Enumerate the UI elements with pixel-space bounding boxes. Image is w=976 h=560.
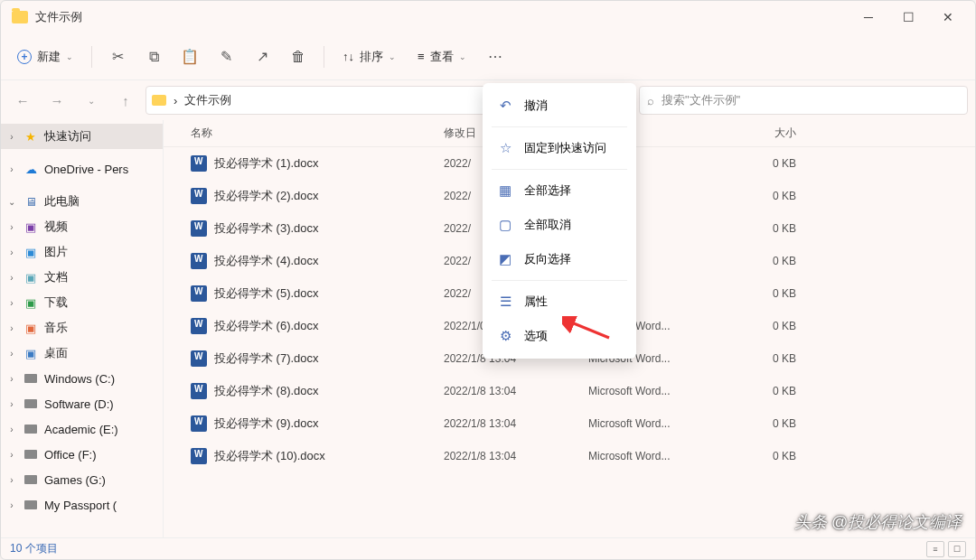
ctx-invert[interactable]: ◩反向选择: [488, 242, 631, 276]
search-placeholder: 搜索"文件示例": [662, 92, 740, 108]
video-icon: ▣: [23, 219, 39, 235]
music-icon: ▣: [23, 320, 39, 336]
docx-icon: [191, 415, 207, 432]
maximize-button[interactable]: ☐: [888, 1, 928, 33]
file-name: 投必得学术 (5).docx: [214, 285, 444, 302]
recent-button[interactable]: ⌄: [77, 86, 106, 115]
ctx-options[interactable]: ⚙选项: [488, 319, 631, 353]
properties-icon: ☰: [497, 294, 513, 310]
chevron-right-icon: ›: [6, 399, 17, 409]
undo-icon: ↶: [497, 98, 513, 114]
sidebar-item[interactable]: ›▣下载: [1, 290, 163, 315]
rename-icon[interactable]: ✎: [210, 41, 242, 73]
status-bar: 10 个项目 ≡ ☐: [1, 537, 975, 559]
sidebar-item-label: Games (G:): [44, 473, 106, 487]
context-menu: ↶撤消 ☆固定到快速访问 ▦全部选择 ▢全部取消 ◩反向选择 ☰属性 ⚙选项: [483, 83, 636, 359]
file-row[interactable]: 投必得学术 (9).docx2022/1/8 13:04Microsoft Wo…: [164, 407, 975, 440]
sidebar: › ★ 快速访问 › ☁ OneDrive - Pers ⌄ 🖥 此电脑 ›▣视…: [1, 120, 164, 537]
folder-icon: [12, 11, 28, 23]
hdd-icon: [23, 396, 39, 412]
file-name: 投必得学术 (2).docx: [214, 188, 444, 204]
file-size: 0 KB: [724, 190, 796, 202]
docx-icon: [191, 188, 207, 204]
sidebar-item-label: 桌面: [44, 345, 68, 361]
file-size: 0 KB: [724, 157, 796, 170]
file-size: 0 KB: [724, 385, 796, 397]
chevron-down-icon: ⌄: [459, 52, 466, 61]
new-label: 新建: [37, 49, 61, 65]
new-button[interactable]: + 新建 ⌄: [8, 43, 82, 70]
sidebar-item[interactable]: ›Software (D:): [1, 391, 163, 416]
sidebar-item[interactable]: ›▣音乐: [1, 315, 163, 341]
close-button[interactable]: ✕: [928, 1, 968, 33]
search-input[interactable]: ⌕ 搜索"文件示例": [639, 86, 968, 115]
window-title: 文件示例: [35, 9, 82, 25]
back-button[interactable]: ←: [8, 86, 37, 115]
docx-icon: [191, 448, 207, 464]
more-icon[interactable]: ⋯: [479, 41, 511, 73]
paste-icon[interactable]: 📋: [174, 41, 206, 73]
sidebar-item[interactable]: ›Office (F:): [1, 442, 163, 467]
file-name: 投必得学术 (10).docx: [214, 448, 444, 464]
sidebar-item[interactable]: ›Academic (E:): [1, 416, 163, 442]
sidebar-item[interactable]: ›▣视频: [1, 214, 163, 239]
downloads-icon: ▣: [23, 294, 39, 311]
sidebar-onedrive[interactable]: › ☁ OneDrive - Pers: [1, 156, 163, 182]
col-name[interactable]: 名称: [191, 126, 444, 141]
chevron-down-icon: ⌄: [389, 52, 396, 61]
sort-button[interactable]: ↑↓ 排序 ⌄: [333, 43, 405, 70]
sidebar-item[interactable]: ›▣文档: [1, 265, 163, 290]
hdd-icon: [23, 446, 39, 462]
file-name: 投必得学术 (3).docx: [214, 220, 444, 237]
file-size: 0 KB: [724, 320, 796, 332]
ctx-undo[interactable]: ↶撤消: [488, 89, 631, 123]
tiles-view-button[interactable]: ☐: [948, 541, 966, 557]
file-row[interactable]: 投必得学术 (10).docx2022/1/8 13:04Microsoft W…: [164, 440, 975, 472]
sidebar-item[interactable]: ›Windows (C:): [1, 366, 163, 391]
sidebar-label: 快速访问: [44, 128, 91, 145]
options-icon: ⚙: [497, 328, 513, 344]
docx-icon: [191, 318, 207, 334]
ctx-select-none[interactable]: ▢全部取消: [488, 208, 631, 242]
breadcrumb-name: 文件示例: [184, 92, 231, 108]
col-size[interactable]: 大小: [724, 126, 796, 141]
file-name: 投必得学术 (9).docx: [214, 415, 444, 432]
sidebar-quick-access[interactable]: › ★ 快速访问: [1, 124, 163, 149]
sidebar-item[interactable]: ›▣图片: [1, 239, 163, 265]
toolbar: + 新建 ⌄ ✂ ⧉ 📋 ✎ ↗ 🗑 ↑↓ 排序 ⌄ ≡ 查看 ⌄ ⋯: [1, 33, 975, 80]
sidebar-item-label: My Passport (: [44, 499, 117, 512]
file-date: 2022/1/8 13:04: [444, 417, 588, 430]
sidebar-item[interactable]: ›Games (G:): [1, 467, 163, 492]
sort-icon: ↑↓: [343, 50, 354, 63]
ctx-select-all[interactable]: ▦全部选择: [488, 173, 631, 208]
ctx-properties[interactable]: ☰属性: [488, 285, 631, 319]
copy-icon[interactable]: ⧉: [137, 41, 170, 73]
minimize-button[interactable]: ─: [849, 1, 888, 33]
sidebar-item[interactable]: ›▣桌面: [1, 341, 163, 366]
sidebar-item[interactable]: ›My Passport (: [1, 492, 163, 518]
search-icon: ⌕: [647, 94, 654, 107]
view-label: 查看: [430, 49, 454, 65]
file-name: 投必得学术 (4).docx: [214, 253, 444, 269]
select-all-icon: ▦: [497, 182, 513, 199]
chevron-down-icon: ⌄: [66, 52, 73, 61]
chevron-right-icon: ›: [6, 374, 17, 384]
file-row[interactable]: 投必得学术 (8).docx2022/1/8 13:04Microsoft Wo…: [164, 375, 975, 407]
details-view-button[interactable]: ≡: [926, 541, 944, 557]
sidebar-item-label: 下载: [44, 294, 68, 311]
delete-icon[interactable]: 🗑: [282, 41, 314, 73]
sidebar-item-label: Academic (E:): [44, 423, 118, 436]
file-type: Microsoft Word...: [588, 450, 724, 462]
docx-icon: [191, 350, 207, 367]
up-button[interactable]: ↑: [111, 86, 140, 115]
docx-icon: [191, 220, 207, 237]
hdd-icon: [23, 497, 39, 513]
sidebar-thispc[interactable]: ⌄ 🖥 此电脑: [1, 189, 163, 214]
watermark: 头条 @投必得论文编译: [794, 511, 962, 533]
view-button[interactable]: ≡ 查看 ⌄: [408, 43, 475, 70]
ctx-pin[interactable]: ☆固定到快速访问: [488, 131, 631, 165]
share-icon[interactable]: ↗: [246, 41, 278, 73]
forward-button[interactable]: →: [42, 86, 71, 115]
cut-icon[interactable]: ✂: [101, 41, 134, 73]
chevron-right-icon: ›: [6, 222, 17, 232]
